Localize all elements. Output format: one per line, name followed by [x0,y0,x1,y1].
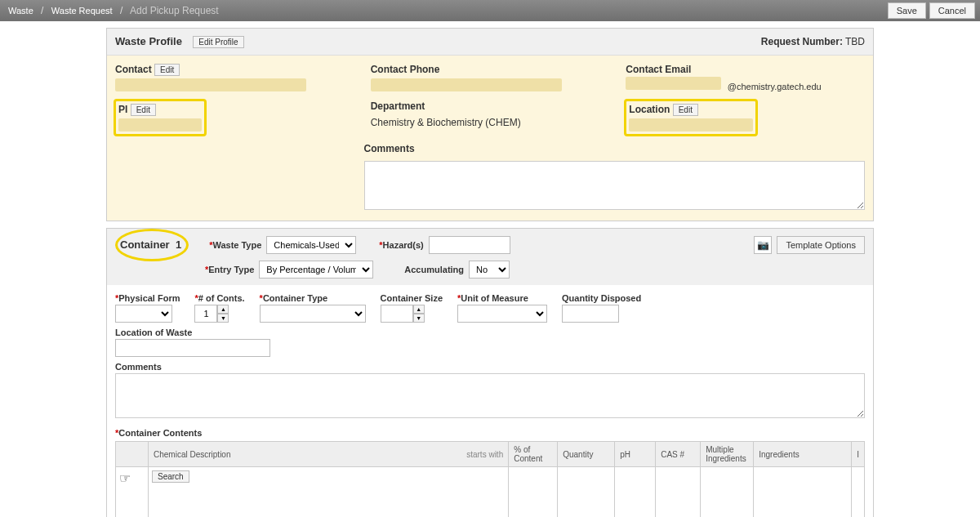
th-qty[interactable]: Quantity [558,442,615,467]
camera-icon[interactable]: 📷 [754,236,772,254]
uom-select[interactable] [457,305,547,323]
search-button[interactable]: Search [152,470,189,483]
container-size-label: Container Size [381,293,443,303]
container-size-input[interactable] [381,305,413,323]
breadcrumb: Waste / Waste Request / Add Pickup Reque… [8,5,219,16]
container-type-label: Container Type [260,293,366,303]
waste-type-label: Waste Type [209,240,261,250]
pi-edit-button[interactable]: Edit [131,104,156,116]
container-title: Container 1 [115,235,186,254]
crumb-current: Add Pickup Request [130,5,219,16]
entry-type-select[interactable]: By Percentage / Volume [259,261,373,279]
crumb-waste-request[interactable]: Waste Request [51,6,113,16]
profile-comments-textarea[interactable] [364,161,865,210]
entry-type-label: Entry Type [205,265,254,274]
edit-profile-button[interactable]: Edit Profile [193,36,243,48]
th-blank [116,442,149,467]
th-last[interactable]: I [852,442,865,467]
template-options-button[interactable]: Template Options [777,236,865,254]
crumb-waste[interactable]: Waste [8,6,33,16]
physical-form-label: Physical Form [115,293,180,303]
num-conts-label: # of Conts. [194,293,244,303]
container-size-up[interactable]: ▲ [413,305,425,314]
hazards-input[interactable] [429,236,510,254]
th-desc[interactable]: Chemical Description starts with [149,442,509,467]
location-highlight: Location Edit [626,100,756,135]
table-row: ☞ Search [116,467,865,518]
contact-label: Contact [115,64,152,75]
profile-comments-label: Comments [364,143,415,154]
contact-value [115,78,306,91]
pi-value [118,118,202,131]
container-comments-textarea[interactable] [115,373,865,418]
email-value [626,77,721,90]
qty-disposed-label: Quantity Disposed [562,293,641,303]
num-conts-stepper[interactable]: ▲ ▼ [194,305,244,323]
cancel-button[interactable]: Cancel [929,2,975,19]
loc-waste-label: Location of Waste [115,328,270,337]
pi-highlight: PI Edit [115,100,205,135]
loc-waste-input[interactable] [115,339,270,357]
email-domain: @chemistry.gatech.edu [728,82,822,91]
th-mult[interactable]: Multiple Ingredients [701,442,754,467]
num-conts-down[interactable]: ▼ [217,314,229,323]
num-conts-input[interactable] [194,305,217,323]
dept-label: Department [371,100,425,112]
uom-label: Unit of Measure [457,293,547,303]
container-size-stepper[interactable]: ▲ ▼ [381,305,443,323]
email-label: Contact Email [626,64,691,75]
th-pct[interactable]: % of Content [509,442,558,467]
topbar: Waste / Waste Request / Add Pickup Reque… [0,0,980,21]
num-conts-up[interactable]: ▲ [217,305,229,314]
container-panel: Container 1 Waste Type Chemicals-Used Ha… [106,228,874,517]
accumulating-select[interactable]: No [469,261,510,279]
request-number-label: Request Number: [761,36,843,47]
contact-edit-button[interactable]: Edit [154,64,180,76]
container-comments-label: Comments [115,362,865,372]
pi-label: PI [118,104,127,115]
request-number-value: TBD [845,36,865,47]
location-label: Location [629,104,670,115]
location-value [629,118,753,131]
th-ph[interactable]: pH [615,442,656,467]
accumulating-label: Accumulating [404,265,464,274]
container-contents-table: Chemical Description starts with % of Co… [115,441,865,517]
physical-form-select[interactable] [115,305,172,323]
container-type-select[interactable] [260,305,366,323]
container-contents-label: Container Contents [115,428,202,438]
panel-title: Waste Profile [115,35,182,47]
phone-label: Contact Phone [371,64,440,75]
th-ing[interactable]: Ingredients [754,442,852,467]
pointer-icon: ☞ [119,471,131,485]
container-size-down[interactable]: ▼ [413,314,425,323]
save-button[interactable]: Save [888,2,926,19]
location-edit-button[interactable]: Edit [673,104,698,116]
th-cas[interactable]: CAS # [656,442,701,467]
waste-profile-panel: Waste Profile Edit Profile Request Numbe… [106,28,874,221]
dept-value: Chemistry & Biochemistry (CHEM) [371,117,610,128]
waste-type-select[interactable]: Chemicals-Used [266,236,356,254]
qty-disposed-input [562,305,619,323]
hazards-label: Hazard(s) [379,240,423,250]
phone-value [371,78,562,91]
